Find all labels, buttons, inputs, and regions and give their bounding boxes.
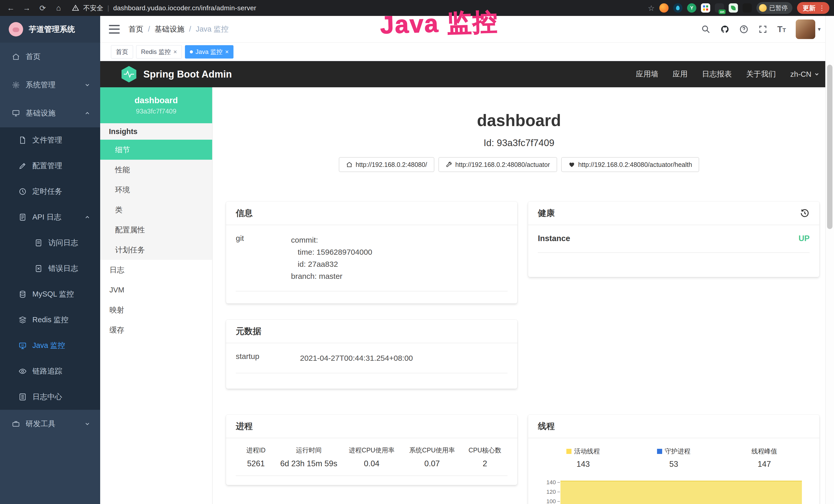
tag-java-active[interactable]: Java 监控 ×	[185, 45, 234, 59]
legend-label: 线程峰值	[751, 447, 777, 456]
health-url-label: http://192.168.0.2:48080/actuator/health	[578, 161, 692, 168]
github-icon[interactable]	[720, 25, 729, 34]
process-header: 系统CPU使用率	[402, 446, 462, 455]
sba-menu-metrics[interactable]: 性能	[100, 160, 212, 180]
sba-menu-classes[interactable]: 类	[100, 200, 212, 220]
tag-redis[interactable]: Redis 监控 ×	[136, 45, 182, 59]
sidebar-item-label: 系统管理	[26, 80, 56, 90]
sidebar-item-error-log[interactable]: 错误日志	[0, 256, 100, 281]
sba-menu-logs[interactable]: 日志	[100, 260, 212, 280]
chevron-down-icon	[84, 421, 90, 427]
user-menu[interactable]: ▾	[796, 20, 821, 39]
info-value: commit: time: 1596289704000 id: 27aa832 …	[291, 234, 507, 282]
sidebar-item-access-log[interactable]: 访问日志	[0, 230, 100, 256]
actuator-url-button[interactable]: http://192.168.0.2:48080/actuator	[438, 157, 557, 172]
breadcrumb-home[interactable]: 首页	[128, 24, 143, 35]
bookmark-star-icon[interactable]: ☆	[648, 4, 655, 13]
sidebar-item-java[interactable]: Java 监控	[0, 333, 100, 359]
sidebar-item-tracer[interactable]: 链路追踪	[0, 359, 100, 384]
sidebar-item-mysql[interactable]: MySQL 监控	[0, 281, 100, 307]
chrome-update-button[interactable]: 更新 ⋮	[797, 2, 829, 14]
font-size-icon[interactable]: TT	[777, 24, 786, 34]
address-bar[interactable]: 不安全 | dashboard.yudao.iocoder.cn/infra/a…	[72, 4, 256, 13]
process-value: 2	[462, 459, 507, 468]
sba-locale-select[interactable]: zh-CN	[790, 70, 820, 78]
sba-nav-wallboard[interactable]: 应用墙	[636, 69, 658, 79]
extension-y-icon[interactable]: Y	[687, 3, 696, 13]
sidebar-item-infra[interactable]: 基础设施	[0, 99, 100, 127]
metadata-key: startup	[236, 352, 300, 364]
y-tick: 140	[546, 478, 556, 487]
sidebar-item-dev-tool[interactable]: 研发工具	[0, 410, 100, 438]
sidebar-item-system[interactable]: 系统管理	[0, 71, 100, 99]
scrollbar-thumb[interactable]	[827, 65, 832, 229]
legend-daemon-threads: 守护进程 53	[629, 447, 719, 469]
url-text[interactable]: dashboard.yudao.iocoder.cn/infra/admin-s…	[113, 4, 256, 12]
sba-menu-caches[interactable]: 缓存	[100, 320, 212, 340]
extension-fox-icon[interactable]	[659, 3, 668, 13]
fullscreen-icon[interactable]	[758, 25, 767, 34]
browser-scrollbar[interactable]	[825, 16, 834, 504]
browser-nav-buttons: ← → ⟳ ⌂	[0, 1, 65, 15]
extension-switch-icon[interactable]: on	[715, 3, 724, 13]
sba-menu-details[interactable]: 细节	[100, 140, 212, 160]
process-col-sys-cpu: 系统CPU使用率 0.07	[402, 446, 462, 468]
health-instance-label: Instance	[538, 234, 570, 243]
chrome-menu-icon[interactable]: ⋮	[818, 4, 825, 12]
sidebar-item-label: 访问日志	[48, 238, 78, 248]
paused-label: 已暂停	[769, 4, 788, 12]
history-icon[interactable]	[800, 208, 810, 218]
sidebar-item-home[interactable]: 首页	[0, 43, 100, 71]
threads-chart-plot	[560, 478, 810, 504]
home-icon[interactable]: ⌂	[52, 1, 65, 15]
sba-brand[interactable]: Spring Boot Admin	[100, 66, 232, 83]
close-icon[interactable]: ×	[225, 48, 228, 55]
hamburger-icon[interactable]	[109, 25, 120, 33]
sba-insights-section: Insights 细节 性能 环境 类 配置属性 计划任务	[100, 123, 212, 260]
sidebar-item-redis[interactable]: Redis 监控	[0, 307, 100, 333]
extension-drop-icon[interactable]	[673, 3, 682, 13]
breadcrumb-infra[interactable]: 基础设施	[155, 24, 184, 35]
toolbox-icon	[12, 420, 20, 428]
annotation-java-monitor: Java 监控	[380, 6, 499, 42]
sba-menu-jvm[interactable]: JVM	[100, 280, 212, 300]
user-avatar[interactable]	[796, 20, 815, 39]
sidebar-item-config[interactable]: 配置管理	[0, 153, 100, 179]
sba-nav-about[interactable]: 关于我们	[746, 69, 776, 79]
process-header: 进程ID	[236, 446, 276, 455]
back-icon[interactable]: ←	[4, 1, 18, 15]
sidebar-item-api-log[interactable]: API 日志	[0, 204, 100, 230]
tag-label: Java 监控	[195, 48, 222, 56]
health-instance-row[interactable]: Instance UP	[538, 234, 810, 253]
extension-puzzle-icon[interactable]	[743, 3, 752, 13]
metadata-card-body: startup 2021-04-27T00:44:31.254+08:00	[226, 343, 517, 373]
sba-menu-env[interactable]: 环境	[100, 180, 212, 200]
sidebar-item-file[interactable]: 文件管理	[0, 127, 100, 153]
extension-leaf-icon[interactable]	[729, 3, 738, 13]
help-icon[interactable]	[739, 25, 748, 34]
service-url-button[interactable]: http://192.168.0.2:48080/	[339, 157, 434, 172]
app-logo[interactable]: 芋道管理系统	[0, 16, 100, 43]
threads-card-header: 线程	[528, 415, 819, 438]
sidebar-item-log-center[interactable]: 日志中心	[0, 384, 100, 410]
eye-icon	[19, 367, 27, 375]
sba-header: Spring Boot Admin 应用墙 应用 日志报表 关于我们 zh-CN	[100, 61, 834, 87]
extension-grid-icon[interactable]	[701, 3, 710, 13]
profile-paused-chip[interactable]: 已暂停	[756, 2, 792, 14]
process-value: 6d 23h 15m 59s	[276, 459, 342, 468]
tag-home[interactable]: 首页	[111, 45, 133, 59]
search-icon[interactable]	[701, 25, 710, 34]
sba-menu-scheduledtasks[interactable]: 计划任务	[100, 240, 212, 260]
info-card-body: git commit: time: 1596289704000 id: 27aa…	[226, 225, 517, 292]
close-icon[interactable]: ×	[173, 48, 177, 55]
sba-nav-applications[interactable]: 应用	[673, 69, 687, 79]
sba-nav-journal[interactable]: 日志报表	[702, 69, 732, 79]
sba-menu-mappings[interactable]: 映射	[100, 300, 212, 320]
forward-icon[interactable]: →	[20, 1, 34, 15]
git-time-line: time: 1596289704000	[291, 246, 507, 258]
sba-menu-configprops[interactable]: 配置属性	[100, 220, 212, 240]
sidebar-item-job[interactable]: 定时任务	[0, 179, 100, 204]
health-url-button[interactable]: http://192.168.0.2:48080/actuator/health	[561, 157, 699, 172]
reload-icon[interactable]: ⟳	[36, 1, 49, 15]
sidebar-item-label: MySQL 监控	[32, 289, 74, 299]
